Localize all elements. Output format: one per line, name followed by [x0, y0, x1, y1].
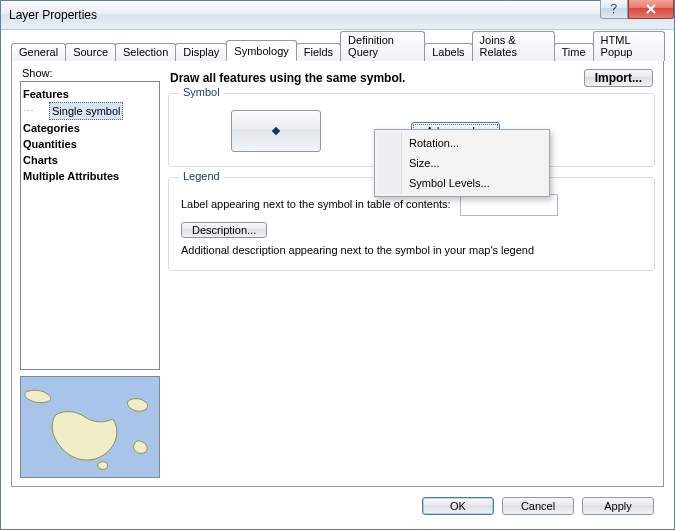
legend-label-input[interactable] [460, 194, 558, 216]
tabstrip: General Source Selection Display Symbolo… [11, 38, 664, 60]
legend-group-title: Legend [179, 170, 224, 182]
legend-desc-text: Additional description appearing next to… [181, 244, 642, 256]
tab-display[interactable]: Display [175, 43, 227, 61]
right-column: Draw all features using the same symbol.… [168, 67, 655, 478]
close-button[interactable] [628, 0, 674, 19]
close-icon [645, 4, 657, 14]
client-area: General Source Selection Display Symbolo… [1, 30, 674, 529]
tree-item-quantities[interactable]: Quantities [23, 136, 157, 152]
help-icon [609, 3, 619, 15]
show-tree[interactable]: Features ⋯Single symbol Categories Quant… [20, 81, 160, 370]
tab-general[interactable]: General [11, 43, 66, 61]
window-title: Layer Properties [9, 8, 600, 22]
titlebar: Layer Properties [1, 1, 674, 30]
symbol-swatch[interactable] [231, 110, 321, 152]
map-preview [20, 376, 160, 478]
advanced-menu: Rotation... Size... Symbol Levels... [374, 129, 550, 197]
legend-label-row: Label appearing next to the symbol in ta… [181, 194, 642, 216]
map-preview-icon [21, 377, 159, 477]
symbol-marker-icon [272, 127, 280, 135]
import-button[interactable]: Import... [584, 69, 653, 87]
tab-fields[interactable]: Fields [296, 43, 341, 61]
ok-button[interactable]: OK [422, 497, 494, 515]
panel-heading: Draw all features using the same symbol. [170, 71, 405, 85]
panel-header: Draw all features using the same symbol.… [168, 67, 655, 93]
tab-selection[interactable]: Selection [115, 43, 176, 61]
tab-source[interactable]: Source [65, 43, 116, 61]
menu-item-symbol-levels[interactable]: Symbol Levels... [377, 173, 547, 193]
tab-html-popup[interactable]: HTML Popup [593, 31, 665, 61]
tab-symbology[interactable]: Symbology [226, 40, 296, 61]
menu-item-rotation[interactable]: Rotation... [377, 133, 547, 153]
window-controls [600, 1, 674, 29]
tree-item-single-symbol[interactable]: ⋯Single symbol [23, 102, 157, 120]
left-column: Show: Features ⋯Single symbol Categories… [20, 67, 160, 478]
dialog-buttons: OK Cancel Apply [11, 487, 664, 519]
symbol-group: Symbol Advanced Rotation... Size.. [168, 93, 655, 167]
show-label: Show: [22, 67, 160, 79]
help-button[interactable] [600, 0, 628, 19]
tree-item-multiple-attributes[interactable]: Multiple Attributes [23, 168, 157, 184]
cancel-button[interactable]: Cancel [502, 497, 574, 515]
menu-item-size[interactable]: Size... [377, 153, 547, 173]
description-button[interactable]: Description... [181, 222, 267, 238]
tree-item-features[interactable]: Features [23, 86, 157, 102]
apply-button[interactable]: Apply [582, 497, 654, 515]
tab-time[interactable]: Time [554, 43, 594, 61]
layer-properties-window: Layer Properties General Source Selectio… [0, 0, 675, 530]
symbol-group-title: Symbol [179, 86, 224, 98]
tab-definition-query[interactable]: Definition Query [340, 31, 425, 61]
tree-item-categories[interactable]: Categories [23, 120, 157, 136]
tab-joins-relates[interactable]: Joins & Relates [472, 31, 555, 61]
tab-body: Show: Features ⋯Single symbol Categories… [11, 60, 664, 487]
legend-label-text: Label appearing next to the symbol in ta… [181, 198, 451, 210]
tree-item-charts[interactable]: Charts [23, 152, 157, 168]
tab-labels[interactable]: Labels [424, 43, 472, 61]
tree-branch-icon: ⋯ [23, 105, 37, 117]
